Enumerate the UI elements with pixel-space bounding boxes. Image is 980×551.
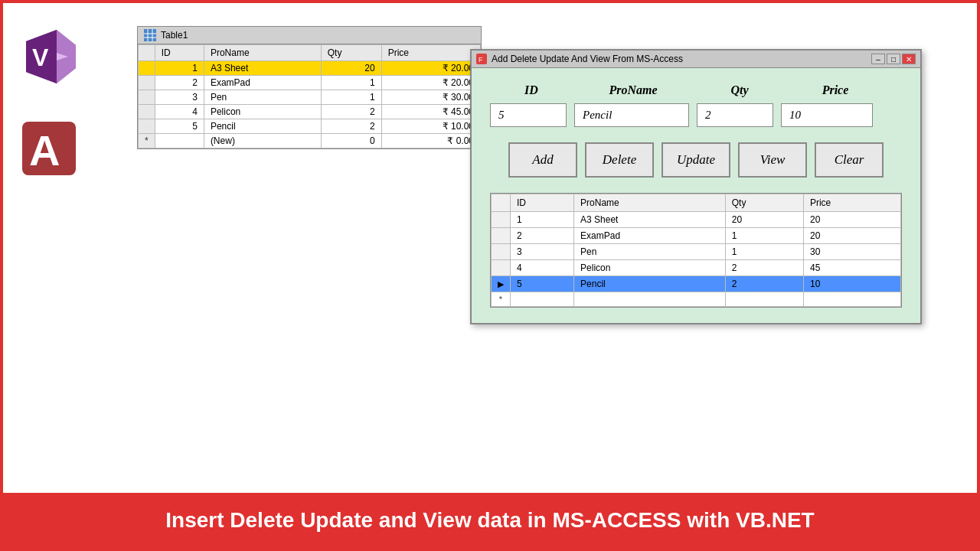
grid-row-indicator (492, 228, 511, 244)
access-cell-proname: ExamPad (204, 76, 321, 90)
proname-field-label: ProName (573, 83, 694, 97)
restore-button[interactable]: □ (887, 54, 900, 64)
grid-cell-proname: ExamPad (574, 228, 726, 244)
data-grid-container: ID ProName Qty Price 1 A3 Sheet 20 20 2 … (490, 193, 902, 308)
ms-access-icon: A (18, 118, 80, 179)
svg-text:F: F (479, 56, 483, 64)
grid-row-indicator (492, 244, 511, 260)
vb-title-bar: F Add Delete Update And View From MS-Acc… (472, 51, 920, 68)
grid-cell-price: 45 (803, 260, 900, 276)
table-icon (144, 29, 156, 41)
grid-row-indicator (492, 212, 511, 228)
grid-cell-id: 2 (511, 228, 574, 244)
access-row-num (139, 90, 155, 105)
grid-row-indicator: ▶ (492, 276, 511, 292)
access-cell-proname: A3 Sheet (204, 61, 321, 76)
grid-cell-id: 3 (511, 244, 574, 260)
grid-cell-id-new (511, 292, 574, 307)
grid-cell-proname: A3 Sheet (574, 212, 726, 228)
bottom-bar-text: Insert Delete Update and View data in MS… (165, 508, 814, 533)
access-row-new: * (139, 134, 155, 148)
grid-col-proname: ProName (574, 194, 726, 212)
access-cell-qty: 1 (321, 76, 381, 90)
access-table: ID ProName Qty Price 1 A3 Sheet 20 ₹ 20.… (138, 44, 481, 148)
outer-frame: V A Table1 (3, 3, 977, 548)
col-id: ID (155, 45, 204, 61)
close-button[interactable]: ✕ (902, 54, 916, 64)
access-cell-qty-new: 0 (321, 134, 381, 148)
grid-cell-qty: 1 (725, 244, 803, 260)
proname-input[interactable] (574, 103, 689, 127)
access-cell-price: ₹ 10.00 (381, 119, 480, 134)
field-inputs (490, 103, 902, 127)
access-cell-qty: 1 (321, 90, 381, 105)
grid-cell-qty: 1 (725, 228, 803, 244)
grid-cell-qty: 2 (725, 260, 803, 276)
bottom-bar: Insert Delete Update and View data in MS… (3, 493, 977, 548)
access-cell-id: 5 (155, 119, 204, 134)
grid-cell-price: 30 (803, 244, 900, 260)
main-area: V A Table1 (3, 3, 977, 493)
access-window-title: Table1 (138, 27, 481, 44)
access-cell-proname-new: (New) (204, 134, 321, 148)
grid-col-id: ID (511, 194, 574, 212)
left-icons: V A (18, 26, 80, 179)
access-cell-id: 4 (155, 105, 204, 119)
grid-col-qty: Qty (725, 194, 803, 212)
grid-row-indicator (492, 260, 511, 276)
access-cell-proname: Pencil (204, 119, 321, 134)
grid-cell-proname-new (574, 292, 726, 307)
grid-cell-price: 10 (803, 276, 900, 292)
clear-button[interactable]: Clear (815, 142, 884, 178)
add-button[interactable]: Add (508, 142, 577, 178)
minimize-button[interactable]: – (871, 54, 885, 64)
access-db-window: Table1 ID ProName Qty Price 1 A3 Sheet 2… (137, 26, 482, 149)
access-row-num (139, 119, 155, 134)
access-cell-proname: Pelicon (204, 105, 321, 119)
vb-title-icon: F (476, 54, 487, 64)
qty-input[interactable] (697, 103, 773, 127)
qty-field-label: Qty (694, 83, 786, 97)
field-labels: ID ProName Qty Price (490, 83, 902, 97)
id-field-label: ID (490, 83, 573, 97)
svg-rect-8 (144, 29, 156, 41)
view-button[interactable]: View (738, 142, 807, 178)
svg-text:V: V (32, 44, 49, 71)
access-cell-qty: 20 (321, 61, 381, 76)
grid-cell-proname: Pelicon (574, 260, 726, 276)
grid-cell-id: 4 (511, 260, 574, 276)
access-cell-price: ₹ 45.00 (381, 105, 480, 119)
grid-row-new-indicator: * (492, 292, 511, 307)
price-input[interactable] (781, 103, 873, 127)
id-input[interactable] (490, 103, 567, 127)
buttons-row: Add Delete Update View Clear (490, 142, 902, 178)
visual-studio-icon: V (18, 26, 80, 87)
access-cell-price: ₹ 30.00 (381, 90, 480, 105)
grid-cell-id: 1 (511, 212, 574, 228)
access-row-num (139, 76, 155, 90)
grid-cell-qty-new (725, 292, 803, 307)
vb-title-left: F Add Delete Update And View From MS-Acc… (476, 54, 683, 64)
access-cell-qty: 2 (321, 105, 381, 119)
col-proname: ProName (204, 45, 321, 61)
access-window-title-text: Table1 (161, 30, 188, 41)
col-qty: Qty (321, 45, 381, 61)
delete-button[interactable]: Delete (585, 142, 654, 178)
grid-col-price: Price (803, 194, 900, 212)
access-cell-qty: 2 (321, 119, 381, 134)
grid-cell-price: 20 (803, 228, 900, 244)
data-grid: ID ProName Qty Price 1 A3 Sheet 20 20 2 … (491, 194, 901, 307)
update-button[interactable]: Update (662, 142, 730, 178)
grid-col-indicator (492, 194, 511, 212)
grid-cell-qty: 2 (725, 276, 803, 292)
grid-cell-proname: Pen (574, 244, 726, 260)
grid-cell-price: 20 (803, 212, 900, 228)
grid-cell-id: 5 (511, 276, 574, 292)
access-cell-id: 1 (155, 61, 204, 76)
access-cell-id: 3 (155, 90, 204, 105)
grid-cell-proname: Pencil (574, 276, 726, 292)
svg-text:A: A (29, 126, 60, 174)
access-cell-proname: Pen (204, 90, 321, 105)
access-cell-price-new: ₹ 0.00 (381, 134, 480, 148)
access-cell-price: ₹ 20.00 (381, 76, 480, 90)
